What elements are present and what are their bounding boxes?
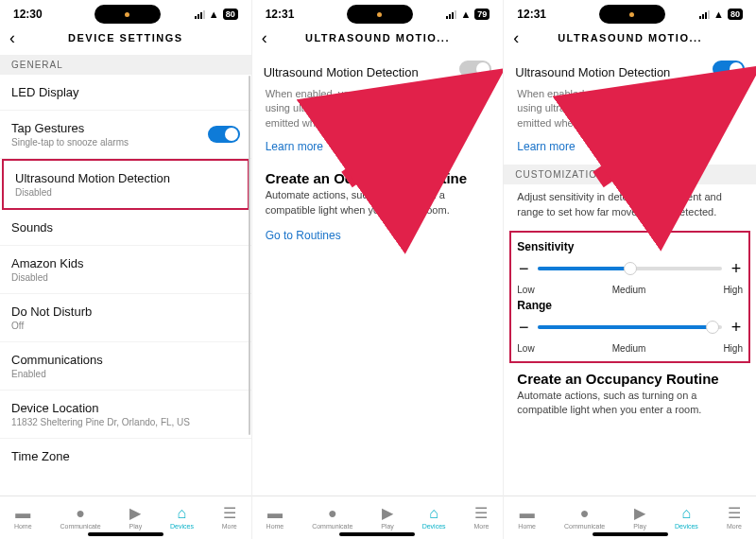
wifi-icon: ▲ <box>209 9 219 20</box>
tab-more[interactable]: ☰More <box>473 506 489 530</box>
umd-description: When enabled, your device will detect mo… <box>252 83 504 138</box>
range-track[interactable] <box>538 325 722 329</box>
row-umd-toggle: Ultrasound Motion Detection <box>252 55 504 83</box>
minus-icon[interactable]: − <box>517 259 530 279</box>
tab-home[interactable]: ▬Home <box>14 506 32 530</box>
play-icon: ▶ <box>129 506 141 521</box>
tab-home[interactable]: ▬Home <box>518 506 536 530</box>
notch <box>347 5 413 24</box>
devices-icon: ⌂ <box>429 506 438 521</box>
home-indicator[interactable] <box>593 532 668 536</box>
umd-toggle-on[interactable] <box>713 61 745 78</box>
page-title: ULTRASOUND MOTIO... <box>266 32 490 43</box>
umd-description: When enabled, your device will detect mo… <box>504 83 756 138</box>
status-bar: 12:31 ▲ 79 <box>252 0 504 23</box>
sensitivity-slider[interactable]: − + <box>517 259 743 279</box>
battery-icon: 79 <box>474 9 490 20</box>
tab-devices[interactable]: ⌂Devices <box>422 506 446 530</box>
sensitivity-label: Sensitivity <box>517 240 743 253</box>
header: ‹ ULTRASOUND MOTIO... <box>252 23 504 55</box>
chat-icon: ● <box>328 506 337 521</box>
row-amazon-kids[interactable]: Amazon Kids Disabled <box>0 246 251 294</box>
tab-devices[interactable]: ⌂Devices <box>170 506 194 530</box>
status-right: ▲ 80 <box>195 9 238 20</box>
play-icon: ▶ <box>634 506 645 521</box>
more-icon: ☰ <box>223 506 236 521</box>
tab-play[interactable]: ▶Play <box>633 506 646 530</box>
umd-toggle-off[interactable] <box>459 61 491 78</box>
status-time: 12:31 <box>266 8 313 21</box>
row-do-not-disturb[interactable]: Do Not Disturb Off <box>0 294 251 342</box>
signal-icon <box>195 10 205 19</box>
content: Ultrasound Motion Detection When enabled… <box>504 55 756 496</box>
sensitivity-legend: LowMediumHigh <box>517 285 743 295</box>
tab-communicate[interactable]: ●Communicate <box>312 506 352 530</box>
row-device-location[interactable]: Device Location 11832 Sheltering Pine Dr… <box>0 391 251 439</box>
back-button[interactable]: ‹ <box>9 28 15 48</box>
section-general: GENERAL <box>0 55 251 75</box>
more-icon: ☰ <box>728 506 741 521</box>
create-routine-title: Create an Occupancy Routine <box>252 165 504 188</box>
tab-more[interactable]: ☰More <box>222 506 237 530</box>
home-indicator[interactable] <box>88 532 163 536</box>
tab-devices[interactable]: ⌂Devices <box>675 506 698 530</box>
home-icon: ▬ <box>15 506 30 521</box>
create-routine-desc: Automate actions, such as turning on a c… <box>504 389 756 427</box>
signal-icon <box>699 10 710 19</box>
go-to-routines-link[interactable]: Go to Routines <box>252 227 504 253</box>
devices-icon: ⌂ <box>682 506 692 521</box>
learn-more-link[interactable]: Learn more <box>252 138 504 165</box>
content: Ultrasound Motion Detection When enabled… <box>252 55 504 496</box>
plus-icon[interactable]: + <box>730 318 743 338</box>
range-legend: LowMediumHigh <box>517 343 743 354</box>
row-communications[interactable]: Communications Enabled <box>0 342 251 391</box>
back-button[interactable]: ‹ <box>262 28 267 48</box>
settings-list[interactable]: GENERAL LED Display Tap Gestures Single-… <box>0 55 251 496</box>
screen-ultrasound-off: 12:31 ▲ 79 ‹ ULTRASOUND MOTIO... Ultraso… <box>252 0 505 539</box>
row-time-zone[interactable]: Time Zone <box>0 439 251 474</box>
tab-communicate[interactable]: ●Communicate <box>60 506 100 530</box>
home-icon: ▬ <box>267 506 283 521</box>
status-time: 12:30 <box>13 8 60 21</box>
notch <box>599 5 665 24</box>
header: ‹ ULTRASOUND MOTIO... <box>504 23 756 55</box>
tab-more[interactable]: ☰More <box>727 506 742 530</box>
status-time: 12:31 <box>517 8 564 21</box>
battery-icon: 80 <box>223 9 238 20</box>
tab-play[interactable]: ▶Play <box>381 506 394 530</box>
battery-icon: 80 <box>728 9 743 20</box>
tab-play[interactable]: ▶Play <box>129 506 143 530</box>
screen-ultrasound-on: 12:31 ▲ 80 ‹ ULTRASOUND MOTIO... Ultraso… <box>504 0 756 539</box>
row-sounds[interactable]: Sounds <box>0 210 251 246</box>
row-led-display[interactable]: LED Display <box>0 75 251 111</box>
chat-icon: ● <box>580 506 590 521</box>
wifi-icon: ▲ <box>460 9 471 20</box>
page-title: DEVICE SETTINGS <box>13 32 238 43</box>
row-tap-gestures[interactable]: Tap Gestures Single-tap to snooze alarms <box>0 111 251 159</box>
header: ‹ DEVICE SETTINGS <box>0 23 251 55</box>
chat-icon: ● <box>76 506 85 521</box>
signal-icon <box>446 10 456 19</box>
status-bar: 12:31 ▲ 80 <box>504 0 756 23</box>
back-button[interactable]: ‹ <box>513 28 519 48</box>
home-indicator[interactable] <box>339 532 415 536</box>
sensitivity-track[interactable] <box>538 267 722 270</box>
status-bar: 12:30 ▲ 80 <box>0 0 251 23</box>
row-ultrasound-motion[interactable]: Ultrasound Motion Detection Disabled <box>2 159 249 210</box>
range-slider[interactable]: − + <box>517 318 743 338</box>
scroll-indicator <box>249 76 250 435</box>
tab-home[interactable]: ▬Home <box>266 506 284 530</box>
tab-communicate[interactable]: ●Communicate <box>564 506 605 530</box>
home-icon: ▬ <box>520 506 535 521</box>
customizations-desc: Adjust sensitivity in detecting movement… <box>504 184 756 229</box>
learn-more-link[interactable]: Learn more <box>504 138 756 165</box>
wifi-icon: ▲ <box>713 9 724 20</box>
devices-icon: ⌂ <box>178 506 187 521</box>
plus-icon[interactable]: + <box>730 259 743 279</box>
tap-gestures-toggle[interactable] <box>208 126 240 143</box>
range-label: Range <box>517 299 743 312</box>
minus-icon[interactable]: − <box>517 318 530 338</box>
row-umd-toggle: Ultrasound Motion Detection <box>504 55 756 83</box>
more-icon: ☰ <box>474 506 488 521</box>
play-icon: ▶ <box>382 506 393 521</box>
